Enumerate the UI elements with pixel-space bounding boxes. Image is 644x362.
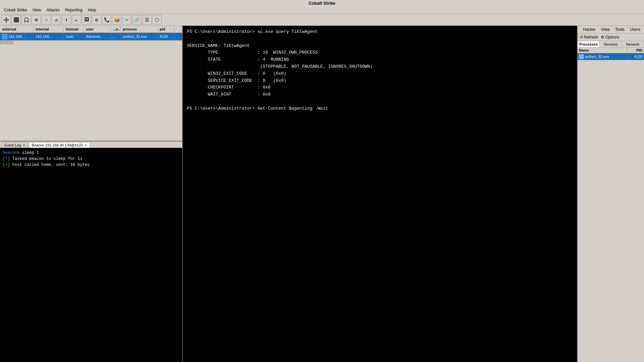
tab-event-log[interactable]: Event Log ✕ xyxy=(1,142,28,148)
log-panel: Event Log ✕ Beacon 192.168.94.139@4120 ✕… xyxy=(0,141,182,362)
col-external: external xyxy=(0,26,34,32)
menu-cobalt-strike[interactable]: Cobalt Strike xyxy=(1,7,30,13)
right-table-header: Name PID xyxy=(578,48,644,53)
session-internal: 192.168.... xyxy=(34,34,64,40)
tab-beacon[interactable]: Beacon 192.168.94.139@4120 ✕ xyxy=(29,142,90,148)
hacker-menu-item[interactable]: Hacker xyxy=(580,26,598,33)
toolbar-image[interactable]: 🖼 xyxy=(82,15,91,24)
tab-event-log-label: Event Log xyxy=(4,143,21,147)
term-line-9: WAIT_HINT : 0x0 xyxy=(187,91,573,98)
title-bar: Cobalt Strike xyxy=(0,0,644,6)
session-external: 192.168.... xyxy=(0,33,34,40)
log-content: beacon> sleep 1 [*] Tasked beacon to sle… xyxy=(0,148,182,362)
tabs-bar: Event Log ✕ Beacon 192.168.94.139@4120 ✕ xyxy=(0,141,182,148)
session-process: artifact_32.exe xyxy=(121,34,158,40)
toolbar-add[interactable]: ➕ xyxy=(1,15,11,24)
toolbar: ➕ ⬛ 🎧 ⊞ — ↺ ⬇ ✏ 🖼 ⚙ 📞 📦 ✂ 🔗 ☰ ⬡ xyxy=(0,14,644,26)
term-line-4: STATE : 4 RUNNING xyxy=(187,56,573,63)
options-icon: ⚙ xyxy=(601,35,604,40)
log-plus-prefix: [+] xyxy=(3,163,10,167)
col-process: process xyxy=(121,26,158,32)
toolbar-chain[interactable]: 🔗 xyxy=(132,15,142,24)
term-line-2: SERVICE_NAME: TiEtwAgent xyxy=(187,43,573,50)
col-internal: internal xyxy=(34,26,64,32)
right-header: ↺ Refresh ⚙ Options xyxy=(578,34,644,41)
table-header: external internal listener user ...n... … xyxy=(0,26,182,33)
main-container: external internal listener user ...n... … xyxy=(0,26,644,362)
users-menu-item[interactable]: Users xyxy=(627,26,643,33)
session-pid: 4120 xyxy=(158,34,174,40)
col-pid: pid xyxy=(158,26,174,32)
col-user: user xyxy=(84,26,111,32)
right-col-pid: PID xyxy=(627,48,644,53)
toolbar-scissors[interactable]: ✂ xyxy=(122,15,131,24)
toolbar-menu[interactable]: ☰ xyxy=(142,15,152,24)
term-line-11: PS C:\Users\Administrator> Get-Content $… xyxy=(187,105,573,112)
log-line-2: [+] host called home, sent: 16 bytes xyxy=(3,162,179,168)
horizontal-scrollbar[interactable] xyxy=(0,40,182,44)
log-star-prefix: [*] xyxy=(3,157,10,161)
tab-processes[interactable]: Processes xyxy=(578,41,600,47)
hacker-bar: Hacker View Tools Users xyxy=(578,26,644,34)
right-sidebar: Hacker View Tools Users ↺ Refresh ⚙ Opti… xyxy=(577,26,644,362)
toolbar-headphones[interactable]: 🎧 xyxy=(21,15,31,24)
right-table-row[interactable]: artifact_32.exe 4120 xyxy=(578,53,644,60)
col-listener: listener xyxy=(64,26,84,32)
tab-beacon-close[interactable]: ✕ xyxy=(84,143,87,147)
toolbar-phone[interactable]: 📞 xyxy=(102,15,111,24)
tab-services[interactable]: Services xyxy=(600,41,622,47)
menu-help[interactable]: Help xyxy=(85,7,99,13)
term-line-0: PS C:\Users\Administrator> sc.exe query … xyxy=(187,28,573,36)
tools-menu-item[interactable]: Tools xyxy=(612,26,627,33)
tab-event-log-close[interactable]: ✕ xyxy=(22,143,25,147)
term-line-7: SERVICE_EXIT_CODE : 0 (0x0) xyxy=(187,77,573,84)
log-line-1: [*] Tasked beacon to sleep for 1s xyxy=(3,156,179,162)
log-beacon-prefix: beacon xyxy=(3,150,17,155)
menu-view[interactable]: View xyxy=(30,7,44,13)
refresh-label: Refresh xyxy=(584,35,598,40)
term-line-8: CHECKPOINT : 0x0 xyxy=(187,84,573,91)
toolbar-edit[interactable]: ✏ xyxy=(72,15,81,24)
app-title: Cobalt Strike xyxy=(309,1,335,6)
table-row[interactable]: 192.168.... 192.168.... main Administ...… xyxy=(0,33,182,40)
toolbar-minus[interactable]: — xyxy=(42,15,51,24)
log-line-0: beacon> sleep 1 xyxy=(3,150,179,156)
right-col-name: Name xyxy=(578,48,627,53)
options-button[interactable]: ⚙ Options xyxy=(601,35,619,40)
toolbar-download[interactable]: ⬇ xyxy=(62,15,71,24)
session-note: ... xyxy=(111,34,121,40)
terminal-panel: PS C:\Users\Administrator> sc.exe query … xyxy=(183,26,577,362)
options-label: Options xyxy=(605,35,619,40)
refresh-icon: ↺ xyxy=(580,35,583,40)
tab-beacon-label: Beacon 192.168.94.139@4120 xyxy=(32,143,83,147)
term-line-1 xyxy=(187,36,573,43)
right-process-pid: 4120 xyxy=(627,54,644,60)
left-panel: external internal listener user ...n... … xyxy=(0,26,183,362)
menu-bar: Cobalt Strike View Attacks Reporting Hel… xyxy=(0,6,644,14)
term-line-6: WIN32_EXIT_CODE : 0 (0x0) xyxy=(187,70,573,77)
toolbar-stop[interactable]: ⬛ xyxy=(11,15,21,24)
session-user: Administ... xyxy=(84,34,111,40)
session-listener: main xyxy=(64,34,84,40)
refresh-button[interactable]: ↺ Refresh xyxy=(580,35,598,40)
tab-network[interactable]: Network xyxy=(622,41,644,47)
term-line-5: (STOPPABLE, NOT_PAUSABLE, IGNORES_SHUTDO… xyxy=(187,63,573,70)
toolbar-gear[interactable]: ⚙ xyxy=(92,15,101,24)
toolbar-refresh[interactable]: ↺ xyxy=(52,15,61,24)
view-menu-item[interactable]: View xyxy=(598,26,612,33)
toolbar-grid[interactable]: ⊞ xyxy=(32,15,41,24)
process-icon xyxy=(579,54,584,59)
menu-reporting[interactable]: Reporting xyxy=(62,7,85,13)
right-process-name: artifact_32.exe xyxy=(578,53,627,60)
session-icon xyxy=(2,34,7,39)
term-line-3: TYPE : 10 WIN32_OWN_PROCESS xyxy=(187,49,573,56)
col-note: ...n... xyxy=(111,26,121,32)
menu-attacks[interactable]: Attacks xyxy=(44,7,62,13)
term-line-10 xyxy=(187,98,573,105)
toolbar-box[interactable]: 📦 xyxy=(112,15,121,24)
toolbar-cube[interactable]: ⬡ xyxy=(152,15,162,24)
scroll-thumb[interactable] xyxy=(0,41,13,44)
sessions-table: external internal listener user ...n... … xyxy=(0,26,182,141)
right-tabs: Processes Services Network xyxy=(578,41,644,48)
